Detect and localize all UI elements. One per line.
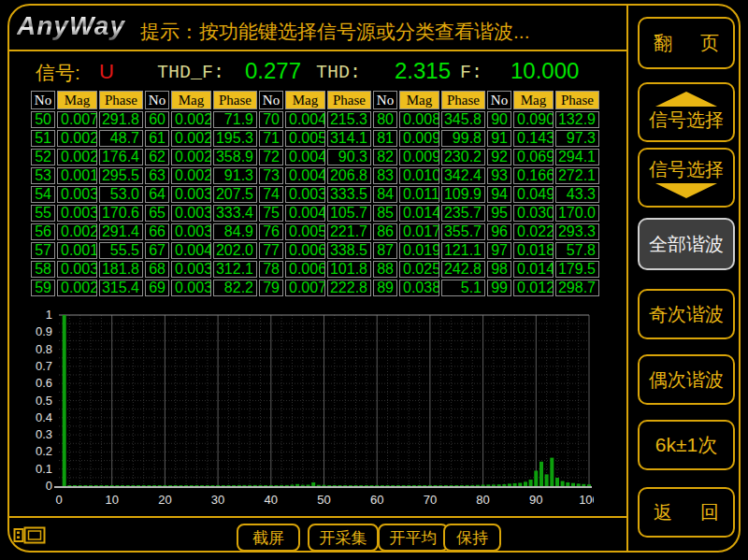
table-cell: Phase (327, 91, 371, 109)
svg-text:30: 30 (211, 493, 224, 507)
table-cell: 94 (487, 186, 511, 203)
table-cell: 0.143 (513, 130, 554, 147)
odd-harmonics-button[interactable]: 奇次谐波 (638, 289, 735, 339)
table-cell: 87 (373, 242, 397, 259)
table-cell: Mag (57, 91, 97, 109)
table-cell: 88 (373, 261, 397, 278)
svg-text:10: 10 (105, 493, 118, 507)
table-cell: 69 (145, 280, 169, 296)
table-cell: 86 (373, 223, 397, 240)
arrow-down-icon (655, 183, 717, 198)
signal-select-up-button[interactable]: 信号选择 (638, 82, 735, 142)
table-cell: 52 (31, 149, 55, 165)
table-cell: 0.003 (57, 261, 97, 278)
thd-label: THD: (316, 62, 361, 83)
svg-text:0.3: 0.3 (36, 427, 52, 441)
table-cell: 0.019 (399, 242, 439, 259)
table-cell: 0.004 (285, 167, 325, 184)
table-cell: 0.012 (513, 280, 554, 296)
table-cell: 312.1 (213, 261, 257, 278)
svg-text:0.9: 0.9 (36, 324, 52, 338)
table-cell: 294.1 (555, 149, 599, 165)
table-cell: 53.0 (99, 186, 143, 203)
table-cell: 315.4 (99, 280, 143, 296)
table-cell: 0.069 (513, 149, 554, 165)
table-cell: Phase (213, 91, 257, 109)
arrow-up-icon (655, 92, 717, 107)
table-cell: 98 (487, 261, 511, 278)
table-cell: 298.7 (555, 280, 599, 296)
table-cell: 295.5 (99, 167, 143, 184)
hold-button[interactable]: 保持 (443, 524, 501, 552)
table-cell: 0.004 (285, 111, 325, 128)
table-cell: 272.1 (555, 167, 599, 184)
table-cell: 95 (487, 205, 511, 222)
6k-plus-minus-1-button[interactable]: 6k±1次 (638, 420, 735, 470)
table-cell: 221.7 (327, 223, 371, 240)
panel-divider (626, 5, 628, 553)
page-turn-button[interactable]: 翻 页 (638, 17, 735, 69)
table-cell: 0.090 (513, 111, 554, 128)
table-cell: 0.002 (57, 280, 97, 296)
return-button[interactable]: 返 回 (638, 487, 735, 538)
anyway-logo: AnyWay (17, 11, 125, 41)
prompt-text: 提示：按功能键选择信号源或分类查看谐波... (140, 19, 530, 45)
all-harmonics-button[interactable]: 全部谐波 (638, 218, 735, 270)
svg-text:0.8: 0.8 (36, 342, 52, 356)
table-cell: 109.9 (441, 186, 485, 203)
table-cell: 121.1 (441, 242, 485, 259)
table-cell: 82 (373, 149, 397, 165)
table-cell: 314.1 (327, 130, 371, 147)
screenshot-button[interactable]: 截屏 (237, 524, 300, 552)
table-cell: 0.025 (399, 261, 439, 278)
table-cell: 0.014 (399, 205, 439, 222)
table-cell: 0.030 (513, 205, 554, 222)
table-cell: 0.009 (399, 149, 439, 165)
table-cell: 72 (259, 149, 283, 165)
table-cell: 70 (259, 111, 283, 128)
table-cell: 0.004 (285, 149, 325, 165)
table-cell: 0.022 (513, 223, 554, 240)
thdf-value: 0.277 (245, 58, 301, 84)
table-cell: 338.5 (327, 242, 371, 259)
table-cell: 0.008 (399, 111, 439, 128)
table-cell: Phase (99, 91, 143, 109)
svg-text:40: 40 (265, 493, 278, 507)
table-cell: 101.8 (327, 261, 371, 278)
signal-select-down-button[interactable]: 信号选择 (638, 148, 735, 208)
table-cell: 0.011 (399, 186, 439, 203)
table-cell: 96 (487, 223, 511, 240)
table-cell: 0.004 (285, 205, 325, 222)
thdf-label: THD_F: (157, 62, 224, 83)
table-cell: No (259, 91, 283, 109)
table-cell: Mag (171, 91, 211, 109)
table-cell: 0.002 (57, 223, 97, 240)
table-cell: 206.8 (327, 167, 371, 184)
svg-text:0: 0 (55, 493, 62, 507)
table-cell: 92 (487, 149, 511, 165)
f-label: F: (460, 62, 482, 83)
table-cell: 56 (31, 223, 55, 240)
table-cell: 222.8 (327, 280, 371, 296)
table-cell: 97 (487, 242, 511, 259)
table-cell: 74 (259, 186, 283, 203)
table-cell: No (31, 91, 55, 109)
table-cell: 0.002 (171, 130, 211, 147)
table-cell: 91.3 (213, 167, 257, 184)
table-cell: 64 (145, 186, 169, 203)
start-acquisition-button[interactable]: 开采集 (308, 524, 379, 552)
table-cell: 67 (145, 242, 169, 259)
signal-select-up-label: 信号选择 (649, 108, 724, 133)
table-cell: 0.002 (171, 111, 211, 128)
even-harmonics-button[interactable]: 偶次谐波 (638, 354, 735, 405)
table-cell: 0.002 (171, 167, 211, 184)
f-value: 10.000 (511, 58, 579, 84)
start-averaging-button[interactable]: 开平均 (378, 524, 449, 552)
table-cell: 55 (31, 205, 55, 222)
table-cell: 0.003 (57, 205, 97, 222)
table-cell: 68 (145, 261, 169, 278)
return-label-right: 回 (700, 500, 719, 525)
table-cell: 71 (259, 130, 283, 147)
table-cell: 90 (487, 111, 511, 128)
svg-text:20: 20 (158, 493, 171, 507)
